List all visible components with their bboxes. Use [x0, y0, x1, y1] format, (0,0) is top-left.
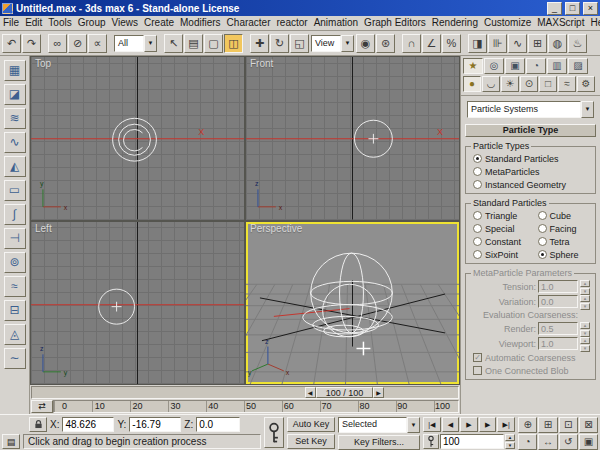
angle-snap-icon[interactable]: ∠: [422, 34, 441, 53]
viewport-spinner[interactable]: ▴▾: [580, 337, 590, 350]
play-button[interactable]: ▶: [460, 417, 478, 432]
reactor-toy-car-icon[interactable]: ⊟: [4, 300, 26, 321]
menu-item[interactable]: MAXScript: [534, 16, 587, 30]
time-slider-value[interactable]: 100 / 100: [316, 387, 374, 398]
reactor-rigid-body-collection-icon[interactable]: ▦: [4, 60, 26, 81]
menu-item[interactable]: Tools: [45, 16, 74, 30]
chevron-down-icon[interactable]: ▼: [581, 101, 594, 118]
zoom-icon[interactable]: ⊕: [518, 417, 537, 433]
use-pivot-point-center-icon[interactable]: ◉: [356, 34, 375, 53]
current-frame-field[interactable]: [440, 434, 504, 449]
set-key-button[interactable]: Set Key: [287, 434, 335, 449]
next-frame-button[interactable]: ▶: [479, 417, 497, 432]
spinner-up-icon[interactable]: ▴: [580, 295, 590, 302]
menu-item[interactable]: File: [0, 16, 22, 30]
radio-triangle[interactable]: Triangle: [466, 209, 531, 222]
radio-cube[interactable]: Cube: [531, 209, 596, 222]
radio-sphere[interactable]: Sphere: [531, 248, 596, 261]
variation-spinner[interactable]: ▴▾: [580, 295, 590, 308]
goto-start-button[interactable]: |◀: [423, 417, 441, 432]
material-editor-icon[interactable]: ◍: [548, 34, 567, 53]
undo-icon[interactable]: ↶: [2, 34, 21, 53]
viewport-left[interactable]: Left y z: [31, 222, 244, 385]
spinner-up-icon[interactable]: ▴: [505, 434, 515, 441]
reactor-water-icon[interactable]: ∼: [4, 348, 26, 369]
menu-item[interactable]: Rendering: [429, 16, 481, 30]
menu-item[interactable]: Create: [141, 16, 177, 30]
close-button[interactable]: ×: [583, 2, 598, 15]
minimize-button[interactable]: _: [547, 2, 562, 15]
zoom-extents-icon[interactable]: ⊡: [559, 417, 578, 433]
menu-item[interactable]: Graph Editors: [361, 16, 429, 30]
reactor-dashpot-icon[interactable]: ⊣: [4, 228, 26, 249]
maximize-button[interactable]: □: [565, 2, 580, 15]
reactor-soft-body-collection-icon[interactable]: ≋: [4, 108, 26, 129]
spinner-down-icon[interactable]: ▾: [505, 442, 515, 449]
tab-create-icon[interactable]: ★: [463, 58, 483, 74]
variation-field[interactable]: [538, 295, 578, 308]
select-object-icon[interactable]: ↖: [164, 34, 183, 53]
spinner-down-icon[interactable]: ▾: [580, 288, 590, 295]
spinner-down-icon[interactable]: ▾: [580, 330, 590, 337]
tab-utilities-icon[interactable]: ▨: [568, 58, 588, 74]
pan-icon[interactable]: ↔: [538, 434, 557, 450]
time-slider-handle[interactable]: ◀ 100 / 100 ▶: [305, 387, 385, 398]
menu-item[interactable]: Edit: [22, 16, 45, 30]
x-coordinate-field[interactable]: [62, 417, 114, 432]
tension-spinner[interactable]: ▴▾: [580, 280, 590, 293]
spinner-down-icon[interactable]: ▾: [580, 303, 590, 310]
tab-modify-icon[interactable]: ◎: [484, 58, 504, 74]
subcategory-dropdown[interactable]: Particle Systems ▼: [467, 101, 594, 118]
radio-special[interactable]: Special: [466, 222, 531, 235]
menu-item[interactable]: Customize: [481, 16, 534, 30]
reactor-deforming-mesh-icon[interactable]: ◭: [4, 156, 26, 177]
category-shapes-icon[interactable]: ◡: [482, 76, 500, 92]
viewport-perspective[interactable]: Perspective: [246, 222, 459, 385]
radio-metaparticles[interactable]: MetaParticles: [466, 165, 595, 178]
timeline-ruler[interactable]: 0102030405060708090100: [53, 400, 459, 413]
radio-standard-particles[interactable]: Standard Particles: [466, 152, 595, 165]
chevron-down-icon[interactable]: ▼: [341, 35, 354, 52]
arc-rotate-icon[interactable]: ↺: [559, 434, 578, 450]
align-icon[interactable]: ⊪: [488, 34, 507, 53]
set-key-mode-button[interactable]: [264, 417, 284, 448]
zoom-all-icon[interactable]: ⊞: [538, 417, 557, 433]
time-slider-prev-icon[interactable]: ◀: [305, 387, 316, 398]
reactor-rope-collection-icon[interactable]: ∿: [4, 132, 26, 153]
field-of-view-icon[interactable]: ◔: [518, 434, 537, 450]
menu-item[interactable]: Modifiers: [177, 16, 224, 30]
reactor-plane-icon[interactable]: ▭: [4, 180, 26, 201]
time-slider-track[interactable]: ◀ 100 / 100 ▶: [31, 386, 459, 399]
reactor-spring-icon[interactable]: ∫: [4, 204, 26, 225]
unlink-selection-icon[interactable]: ⊘: [68, 34, 87, 53]
render-scene-icon[interactable]: ♨: [568, 34, 587, 53]
y-coordinate-field[interactable]: [129, 417, 181, 432]
redo-icon[interactable]: ↷: [22, 34, 41, 53]
checkbox-one-connected-blob[interactable]: One Connected Blob: [466, 364, 595, 377]
rollout-particle-type[interactable]: Particle Type: [465, 124, 596, 137]
key-mode-dropdown[interactable]: Selected ▼: [338, 417, 420, 433]
select-and-scale-icon[interactable]: ◱: [290, 34, 309, 53]
spinner-down-icon[interactable]: ▾: [580, 345, 590, 352]
category-cameras-icon[interactable]: ⊙: [520, 76, 538, 92]
chevron-down-icon[interactable]: ▼: [144, 35, 157, 52]
select-and-move-icon[interactable]: ✚: [250, 34, 269, 53]
render-coarseness-field[interactable]: [538, 322, 578, 335]
reactor-fracture-icon[interactable]: ◬: [4, 324, 26, 345]
viewport-coarseness-field[interactable]: [538, 337, 578, 350]
menu-item[interactable]: Help: [587, 16, 600, 30]
spinner-up-icon[interactable]: ▴: [580, 322, 590, 329]
menu-item[interactable]: Group: [75, 16, 109, 30]
radio-facing[interactable]: Facing: [531, 222, 596, 235]
radio-instanced-geometry[interactable]: Instanced Geometry: [466, 178, 595, 191]
chevron-down-icon[interactable]: ▼: [407, 417, 420, 433]
menu-item[interactable]: Character: [224, 16, 274, 30]
select-and-link-icon[interactable]: ∞: [48, 34, 67, 53]
key-mode-toggle-button[interactable]: [423, 434, 439, 449]
key-filters-button[interactable]: Key Filters...: [338, 435, 420, 450]
select-by-name-icon[interactable]: ▤: [184, 34, 203, 53]
category-space-warps-icon[interactable]: ≈: [558, 76, 576, 92]
category-geometry-icon[interactable]: ●: [463, 76, 481, 92]
selection-filter-dropdown[interactable]: All ▼: [114, 35, 157, 52]
menu-item[interactable]: Views: [109, 16, 142, 30]
